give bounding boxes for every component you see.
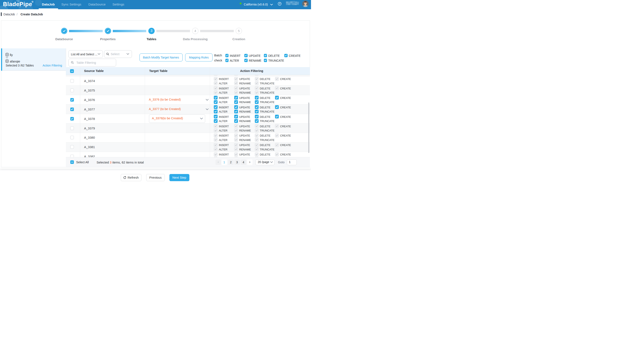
svg-text:?: ? [279,2,280,5]
